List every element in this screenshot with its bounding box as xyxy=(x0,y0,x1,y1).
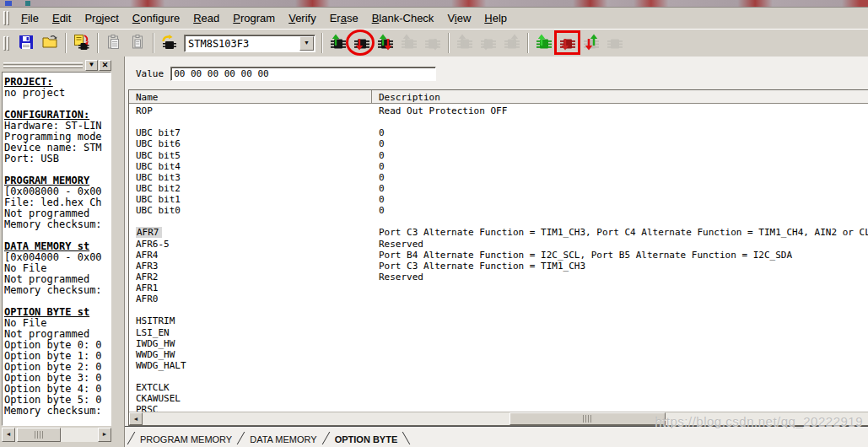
table-row[interactable]: UBC bit50 xyxy=(129,150,868,161)
table-row[interactable]: AFR1 xyxy=(129,283,868,294)
row-name-cell: EXTCLK xyxy=(129,382,372,393)
menu-erase[interactable]: Erase xyxy=(323,9,365,27)
select-device-button[interactable] xyxy=(159,32,181,54)
read-current-tab-button[interactable] xyxy=(327,32,349,54)
tab-program-memory[interactable]: PROGRAM MEMORY xyxy=(135,434,237,444)
tab-data-memory[interactable]: DATA MEMORY xyxy=(245,434,321,444)
table-row[interactable]: LSI_EN xyxy=(129,327,868,338)
row-name: AFR1 xyxy=(136,283,159,294)
row-name: AFR2 xyxy=(136,272,159,283)
row-description: 0 xyxy=(372,127,868,138)
row-description: 0 xyxy=(372,172,868,183)
toolbar-separator xyxy=(448,33,450,53)
tab-option-byte[interactable]: OPTION BYTE xyxy=(330,434,403,444)
table-row[interactable]: UBC bit20 xyxy=(129,183,868,194)
menu-blank-check[interactable]: Blank-Check xyxy=(365,9,441,27)
toolbar-grip-handle[interactable] xyxy=(3,36,10,51)
table-row[interactable]: AFR6-5Reserved xyxy=(129,239,868,250)
row-description: Port B4 Alternate Function = I2C_SCL, Po… xyxy=(372,250,868,261)
table-row[interactable]: UBC bit00 xyxy=(129,205,868,216)
menu-program[interactable]: Program xyxy=(226,9,282,27)
scroll-left-arrow[interactable]: ◄ xyxy=(129,412,143,425)
pane-menu-button[interactable]: ▼ xyxy=(85,60,98,71)
menu-read[interactable]: Read xyxy=(186,9,226,27)
row-name-cell: UBC bit6 xyxy=(129,138,372,149)
table-row[interactable]: IWDG_HW xyxy=(129,338,868,349)
paste-icon xyxy=(129,34,146,53)
table-row[interactable]: EXTCLK xyxy=(129,382,868,393)
row-name: AFR4 xyxy=(136,250,159,261)
table-row[interactable]: UBC bit30 xyxy=(129,172,868,183)
row-name: UBC bit7 xyxy=(136,127,181,138)
row-name-cell xyxy=(129,216,372,227)
table-row[interactable]: CKAWUSEL xyxy=(129,393,868,404)
pane-close-button[interactable]: ✕ xyxy=(99,60,111,71)
table-row[interactable]: UBC bit70 xyxy=(129,127,868,138)
menu-configure[interactable]: Configure xyxy=(126,9,186,27)
table-row[interactable]: UBC bit40 xyxy=(129,161,868,172)
sidebar-horizontal-scrollbar[interactable]: ◄ ► xyxy=(2,428,111,442)
pane-splitter[interactable] xyxy=(114,57,124,447)
toolbar-separator xyxy=(153,33,154,53)
column-header-name[interactable]: Name xyxy=(129,90,372,103)
row-name-cell: UBC bit2 xyxy=(129,183,372,194)
row-name-cell: UBC bit0 xyxy=(129,205,372,216)
table-row[interactable]: AFR0 xyxy=(129,294,868,304)
table-row[interactable]: AFR2Reserved xyxy=(129,272,868,283)
scrollbar-thumb[interactable] xyxy=(17,428,61,442)
row-description: 0 xyxy=(372,138,868,149)
program-current-file-button[interactable] xyxy=(71,32,93,54)
menu-file[interactable]: File xyxy=(14,9,46,27)
menu-items: FileEditProjectConfigureReadProgramVerif… xyxy=(14,9,514,27)
combo-dropdown-button[interactable]: ▼ xyxy=(299,36,314,51)
table-row[interactable]: WWDG_HALT xyxy=(129,360,868,371)
scrollbar-track[interactable] xyxy=(61,428,98,442)
table-row[interactable]: AFR4Port B4 Alternate Function = I2C_SCL… xyxy=(129,250,868,261)
column-header-description[interactable]: Description xyxy=(372,90,868,103)
table-row[interactable]: ROPRead Out Protection OFF xyxy=(129,105,868,116)
scroll-left-arrow[interactable]: ◄ xyxy=(2,428,15,442)
sidebar-pane-header: ▼ ✕ xyxy=(2,58,111,72)
menubar-grip-handle[interactable] xyxy=(3,11,10,25)
device-select[interactable]: STM8S103F3▼ xyxy=(184,35,315,52)
program-current-tab-button[interactable] xyxy=(351,32,373,54)
scroll-right-arrow[interactable]: ► xyxy=(98,428,111,442)
menu-verify[interactable]: Verify xyxy=(282,9,323,27)
table-row[interactable]: PRSC xyxy=(129,404,868,412)
row-name: LSI_EN xyxy=(136,327,170,338)
auto-session-icon xyxy=(536,34,553,53)
table-row[interactable]: AFR7Port C3 Alternate Function = TIM1_CH… xyxy=(129,227,868,238)
row-name-cell: AFR0 xyxy=(129,294,372,304)
program-option-bytes-button[interactable] xyxy=(557,32,579,54)
right-arrow-icon: ► xyxy=(102,431,108,437)
table-row[interactable]: HSITRIM xyxy=(129,315,868,326)
table-row[interactable]: WWDG_HW xyxy=(129,349,868,360)
row-name-cell xyxy=(129,371,372,382)
verify-current-tab-button[interactable] xyxy=(375,32,396,54)
menu-help[interactable]: Help xyxy=(477,9,514,27)
row-name-cell: AFR1 xyxy=(129,283,372,294)
pane-grip-handle[interactable] xyxy=(2,62,84,69)
value-input[interactable] xyxy=(170,67,436,81)
menu-project[interactable]: Project xyxy=(78,9,125,27)
auto-session-button[interactable] xyxy=(533,32,555,54)
scrollbar-thumb[interactable] xyxy=(509,412,666,425)
table-row[interactable]: UBC bit60 xyxy=(129,138,868,149)
open-button[interactable] xyxy=(39,32,61,54)
program-verify-button[interactable] xyxy=(580,32,602,54)
menu-bar: FileEditProjectConfigureReadProgramVerif… xyxy=(0,8,868,29)
workspace: ▼ ✕ PROJECT:no projectCONFIGURATION:Hard… xyxy=(0,57,868,447)
row-name: WWDG_HALT xyxy=(136,360,186,371)
toolbar-separator xyxy=(321,33,323,53)
section-line: Memory checksum: xyxy=(4,285,111,296)
value-row: Value xyxy=(136,67,436,81)
section-line: no project xyxy=(4,88,111,99)
memory-tabs: PROGRAM MEMORYDATA MEMORYOPTION BYTE xyxy=(125,426,868,447)
table-row[interactable]: UBC bit10 xyxy=(129,194,868,205)
menu-view[interactable]: View xyxy=(440,9,477,27)
menu-edit[interactable]: Edit xyxy=(46,9,78,27)
save-button[interactable] xyxy=(15,32,37,54)
row-description xyxy=(372,116,868,127)
table-row[interactable]: AFR3Port C3 Alternate Function = TIM1_CH… xyxy=(129,261,868,272)
row-name-cell: CKAWUSEL xyxy=(129,393,372,404)
